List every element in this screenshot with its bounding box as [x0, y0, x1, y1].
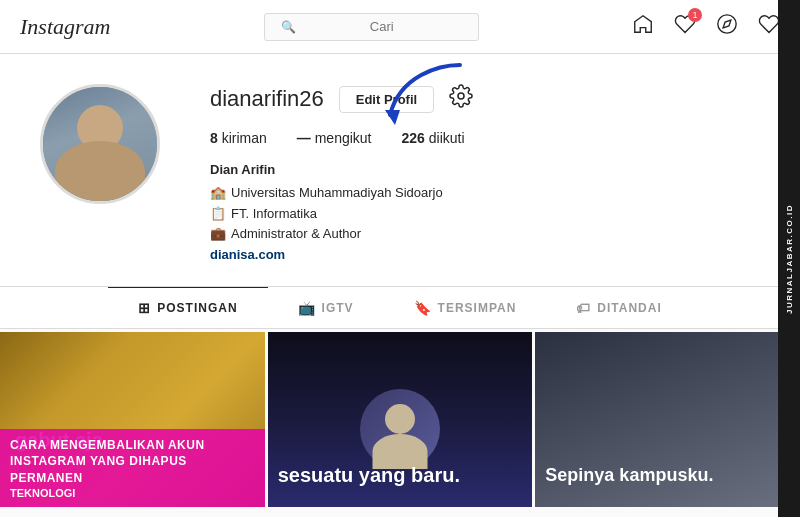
- svg-marker-1: [723, 20, 731, 28]
- ditandai-icon: 🏷: [576, 300, 591, 316]
- posts-grid: gabut aja. CARA MENGEMBALIKAN AKUN INSTA…: [0, 329, 800, 507]
- nav-icons: 1: [632, 13, 780, 41]
- username: dianarifin26: [210, 86, 324, 112]
- avatar: [40, 84, 160, 204]
- post-1-banner: CARA MENGEMBALIKAN AKUN INSTAGRAM YANG D…: [0, 429, 265, 507]
- igtv-icon: 📺: [298, 300, 316, 316]
- tab-igtv[interactable]: 📺 IGTV: [268, 287, 384, 328]
- profile-bio: Dian Arifin 🏫 Universitas Muhammadiyah S…: [210, 160, 760, 266]
- tab-igtv-label: IGTV: [322, 301, 354, 315]
- search-bar[interactable]: 🔍: [264, 13, 479, 41]
- instagram-logo: Instagram: [20, 14, 110, 40]
- edit-profile-button[interactable]: Edit Profil: [339, 86, 434, 113]
- tab-tersimpan-label: TERSIMPAN: [438, 301, 517, 315]
- profile-info: dianarifin26 Edit Profil 8 kiriman — men…: [210, 84, 760, 266]
- profile-header: dianarifin26 Edit Profil: [210, 84, 760, 114]
- bio-university: 🏫 Universitas Muhammadiyah Sidoarjo: [210, 183, 760, 204]
- bio-website[interactable]: dianisa.com: [210, 245, 760, 266]
- notifications-icon[interactable]: 1: [674, 13, 696, 41]
- posts-count: 8: [210, 130, 218, 146]
- banner-title: CARA MENGEMBALIKAN AKUN INSTAGRAM YANG D…: [10, 437, 255, 487]
- followers-count: 226: [402, 130, 425, 146]
- bio-role: 💼 Administrator & Author: [210, 224, 760, 245]
- post-item-1[interactable]: gabut aja. CARA MENGEMBALIKAN AKUN INSTA…: [0, 332, 265, 507]
- top-navigation: Instagram 🔍 1: [0, 0, 800, 54]
- tab-postingan[interactable]: ⊞ POSTINGAN: [108, 287, 267, 328]
- postingan-icon: ⊞: [138, 300, 151, 316]
- notification-badge: 1: [688, 8, 702, 22]
- following-count: —: [297, 130, 311, 146]
- tabs-section: ⊞ POSTINGAN 📺 IGTV 🔖 TERSIMPAN 🏷 DITANDA…: [0, 287, 800, 329]
- search-icon: 🔍: [281, 20, 296, 34]
- compass-icon[interactable]: [716, 13, 738, 41]
- bio-faculty: 📋 FT. Informatika: [210, 204, 760, 225]
- svg-point-2: [458, 93, 464, 99]
- post-item-3[interactable]: Sepinya kampusku.: [535, 332, 800, 507]
- profile-stats: 8 kiriman — mengikut 226 diikuti: [210, 130, 760, 146]
- profile-section: dianarifin26 Edit Profil 8 kiriman — men…: [0, 54, 800, 287]
- home-icon[interactable]: [632, 13, 654, 41]
- followers-stat: 226 diikuti: [402, 130, 465, 146]
- settings-icon[interactable]: [449, 84, 473, 114]
- following-stat: — mengikut: [297, 130, 372, 146]
- banner-tag: TEKNOLOGI: [10, 487, 255, 499]
- display-name: Dian Arifin: [210, 160, 760, 181]
- tab-tersimpan[interactable]: 🔖 TERSIMPAN: [384, 287, 547, 328]
- side-label: JURNALJABAR.CO.ID: [778, 0, 800, 517]
- tersimpan-icon: 🔖: [414, 300, 432, 316]
- side-label-text: JURNALJABAR.CO.ID: [785, 204, 794, 314]
- avatar-image: [43, 87, 157, 201]
- tab-ditandai[interactable]: 🏷 DITANDAI: [546, 287, 691, 328]
- svg-point-0: [718, 14, 736, 32]
- search-input[interactable]: [302, 19, 462, 34]
- tab-ditandai-label: DITANDAI: [597, 301, 661, 315]
- tab-postingan-label: POSTINGAN: [157, 301, 237, 315]
- posts-stat: 8 kiriman: [210, 130, 267, 146]
- heart-icon[interactable]: [758, 13, 780, 41]
- post-item-2[interactable]: sesuatu yang baru.: [268, 332, 533, 507]
- post-2-text: sesuatu yang baru.: [278, 463, 523, 487]
- post-3-text: Sepinya kampusku.: [545, 465, 790, 487]
- avatar-container: [40, 84, 160, 204]
